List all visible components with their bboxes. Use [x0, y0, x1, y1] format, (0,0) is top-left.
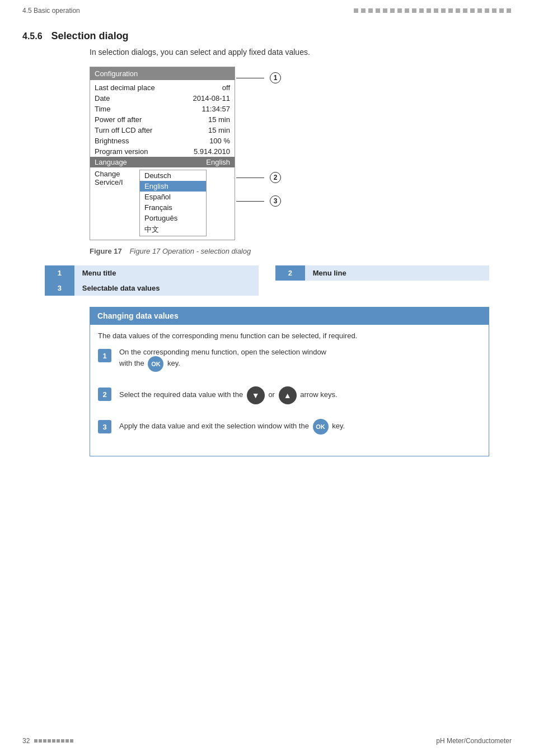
page-footer: 32 pH Meter/Conductometer — [0, 737, 534, 745]
row-date: Date 2014-08-11 — [90, 93, 235, 104]
lang-option-francais[interactable]: Français — [140, 202, 206, 213]
callout-1: 1 — [236, 72, 281, 83]
legend-row-1: 1 Menu title 2 Menu line — [45, 265, 489, 281]
changing-box: Changing data values The data values of … — [90, 307, 489, 456]
legend-table: 1 Menu title 2 Menu line 3 Selectable da… — [45, 265, 489, 296]
step-num-3: 3 — [98, 420, 111, 433]
ok-key-1: OK — [148, 356, 163, 372]
step-2: 2 Select the required data value with th… — [98, 386, 481, 409]
step-3-content: Apply the data value and exit the select… — [119, 419, 481, 439]
section-heading: 4.5.6 Selection dialog — [22, 30, 512, 42]
legend-num-1: 1 — [45, 265, 74, 281]
changing-box-intro: The data values of the corresponding men… — [98, 332, 481, 340]
figure-number: Figure 17 — [90, 247, 122, 255]
callout-num-3: 3 — [270, 195, 281, 207]
step-num-1: 1 — [98, 349, 111, 362]
lang-option-portugues[interactable]: Português — [140, 213, 206, 223]
section-number: 4.5.6 — [22, 31, 43, 41]
legend-label-1: Menu title — [74, 265, 259, 281]
main-content: 4.5.6 Selection dialog In selection dial… — [0, 19, 534, 489]
dialog-title: Configuration — [90, 67, 235, 80]
step-2-text-before: Select the required data value with the — [119, 390, 245, 399]
row-lcd: Turn off LCD after 15 min — [90, 125, 235, 136]
legend-row-2: 3 Selectable data values — [45, 281, 489, 296]
page-header: 4.5 Basic operation — [0, 0, 534, 19]
legend-label-3: Selectable data values — [74, 281, 259, 296]
row-brightness: Brightness 100 % — [90, 136, 235, 146]
changing-box-body: The data values of the corresponding men… — [90, 325, 489, 456]
callout-num-1: 1 — [270, 72, 281, 83]
footer-left: 32 — [22, 737, 73, 745]
row-language: Language English — [90, 157, 235, 167]
row-version: Program version 5.914.2010 — [90, 146, 235, 157]
product-name: pH Meter/Conductometer — [436, 737, 512, 745]
row-decimal: Last decimal place off — [90, 82, 235, 93]
callout-2: 2 — [236, 172, 281, 183]
arrow-up-key: ▲ — [279, 386, 297, 404]
lang-option-chinese[interactable]: 中文 — [140, 223, 206, 236]
step-3: 3 Apply the data value and exit the sele… — [98, 419, 481, 439]
legend-label-2: Menu line — [305, 265, 489, 281]
callout-3: 3 — [236, 195, 281, 207]
lang-option-english[interactable]: English — [140, 181, 206, 192]
step-3-text-after: key. — [332, 422, 345, 430]
step-2-or: or — [268, 390, 277, 399]
row-time: Time 11:34:57 — [90, 104, 235, 114]
lang-option-espanol[interactable]: Español — [140, 192, 206, 202]
figure-caption: Figure 17 Figure 17 Operation - selectio… — [90, 247, 512, 255]
footer-dots — [34, 739, 73, 743]
step-1-content: On the corresponding menu function, open… — [119, 348, 481, 376]
changing-box-title: Changing data values — [90, 307, 489, 325]
row-poweroff: Power off after 15 min — [90, 114, 235, 125]
figure-caption-text: Figure 17 Operation - selection dialog — [129, 247, 251, 255]
row-change: ChangeService/I — [90, 169, 135, 188]
arrow-down-key: ▼ — [247, 386, 265, 404]
dialog-body: Last decimal place off Date 2014-08-11 T… — [90, 80, 235, 240]
step-2-text-after: arrow keys. — [300, 390, 337, 399]
section-title: Selection dialog — [51, 30, 129, 42]
ok-key-2: OK — [313, 419, 329, 435]
legend-num-2: 2 — [275, 265, 305, 281]
step-1-text-before: On the corresponding menu function, open… — [119, 348, 326, 356]
config-dialog: Configuration Last decimal place off Dat… — [90, 67, 235, 240]
callout-num-2: 2 — [270, 172, 281, 183]
section-intro: In selection dialogs, you can select and… — [90, 48, 512, 57]
breadcrumb: 4.5 Basic operation — [22, 7, 80, 15]
step-3-text-before: Apply the data value and exit the select… — [119, 422, 311, 430]
language-dropdown[interactable]: Deutsch English Español Français Portugu… — [139, 170, 207, 236]
header-decoration — [353, 8, 512, 13]
step-1-text-after: key. — [165, 359, 180, 367]
step-num-2: 2 — [98, 388, 111, 401]
step-1-text-with-key: with the — [119, 359, 146, 367]
legend-num-3: 3 — [45, 281, 74, 296]
lang-option-deutsch[interactable]: Deutsch — [140, 170, 206, 181]
step-2-content: Select the required data value with the … — [119, 386, 481, 409]
step-1: 1 On the corresponding menu function, op… — [98, 348, 481, 376]
page-number: 32 — [22, 737, 30, 745]
